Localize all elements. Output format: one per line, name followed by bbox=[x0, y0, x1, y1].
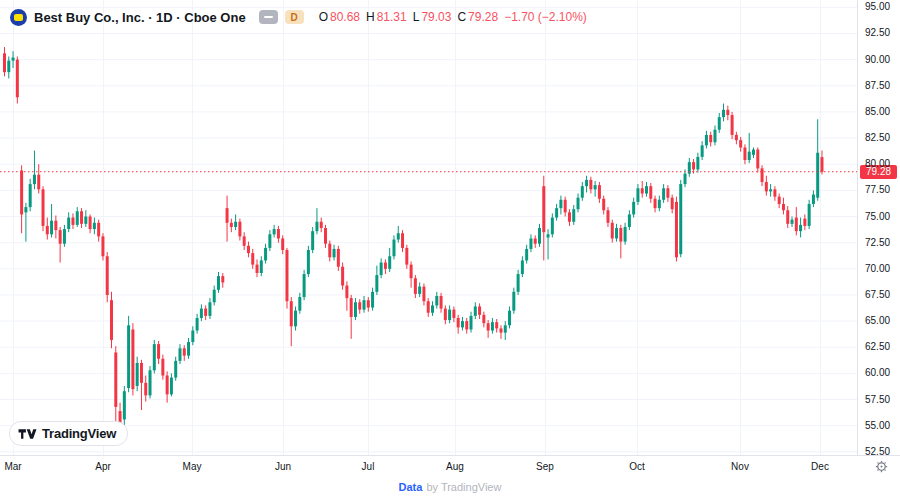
candle bbox=[67, 212, 70, 232]
data-link[interactable]: Data bbox=[399, 481, 423, 493]
candle bbox=[465, 318, 468, 334]
low-label: L bbox=[413, 10, 420, 24]
candle bbox=[29, 179, 32, 211]
candle bbox=[106, 252, 109, 302]
candle bbox=[247, 242, 250, 258]
interval-badge[interactable]: D bbox=[285, 10, 304, 24]
candle bbox=[324, 225, 327, 248]
price-tick-label: 57.50 bbox=[865, 395, 890, 405]
candle bbox=[713, 126, 716, 146]
candle bbox=[93, 218, 96, 235]
candle bbox=[581, 182, 584, 201]
candle bbox=[307, 246, 310, 277]
candle bbox=[457, 315, 460, 334]
candle bbox=[632, 198, 635, 218]
candle bbox=[615, 224, 618, 242]
candle bbox=[213, 286, 216, 306]
candle bbox=[636, 184, 639, 205]
candle bbox=[761, 165, 764, 186]
candle bbox=[671, 195, 674, 214]
candle bbox=[46, 218, 49, 240]
candle bbox=[658, 196, 661, 212]
change-value: −1.70 (−2.10%) bbox=[504, 10, 587, 24]
candle bbox=[114, 346, 117, 427]
close-value: 79.28 bbox=[468, 10, 498, 24]
month-label: Oct bbox=[629, 461, 645, 472]
candle bbox=[474, 302, 477, 319]
candle bbox=[559, 196, 562, 215]
time-axis[interactable]: MarAprMayJunJulAugSepOctNovDec bbox=[0, 455, 900, 477]
candle bbox=[187, 338, 190, 359]
candle bbox=[285, 248, 288, 309]
candle bbox=[696, 153, 699, 173]
candle bbox=[405, 245, 408, 269]
candle bbox=[619, 225, 622, 258]
open-value: 80.68 bbox=[330, 10, 360, 24]
candle bbox=[487, 320, 490, 338]
candle bbox=[392, 235, 395, 259]
open-label: O bbox=[319, 10, 328, 24]
candle bbox=[534, 235, 537, 248]
candle bbox=[718, 113, 721, 133]
candle bbox=[50, 204, 53, 237]
price-tick-label: 92.50 bbox=[865, 28, 890, 38]
gear-icon[interactable] bbox=[874, 459, 889, 474]
candle bbox=[427, 298, 430, 317]
candle bbox=[350, 295, 353, 339]
price-tick-label: 67.50 bbox=[865, 290, 890, 300]
close-label: C bbox=[457, 10, 466, 24]
candle bbox=[731, 112, 734, 139]
candle bbox=[208, 298, 211, 319]
month-label: Jun bbox=[275, 461, 291, 472]
candle bbox=[778, 194, 781, 209]
candle bbox=[564, 197, 567, 217]
candle bbox=[273, 225, 276, 238]
candle bbox=[611, 220, 614, 243]
candle bbox=[701, 141, 704, 160]
price-tick-label: 75.00 bbox=[865, 212, 890, 222]
candle bbox=[555, 204, 558, 221]
price-tick-label: 77.50 bbox=[865, 185, 890, 195]
candle bbox=[542, 176, 545, 261]
candle bbox=[812, 190, 815, 207]
candle bbox=[705, 131, 708, 149]
candle bbox=[20, 165, 23, 233]
candle bbox=[769, 184, 772, 197]
collapse-dash-icon[interactable] bbox=[259, 10, 278, 24]
candle bbox=[144, 376, 147, 402]
candle bbox=[645, 182, 648, 197]
candle bbox=[161, 355, 164, 380]
candle bbox=[654, 196, 657, 213]
candle bbox=[238, 219, 241, 241]
symbol-title[interactable]: Best Buy Co., Inc. · 1D · Cboe One bbox=[34, 10, 246, 25]
candle bbox=[388, 248, 391, 272]
candle bbox=[748, 133, 751, 163]
candle bbox=[547, 229, 550, 259]
candle bbox=[337, 246, 340, 271]
candle bbox=[59, 227, 62, 263]
candle bbox=[756, 147, 759, 172]
candle bbox=[816, 119, 819, 201]
candle bbox=[54, 215, 57, 238]
price-tick-label: 65.00 bbox=[865, 316, 890, 326]
candle bbox=[76, 207, 79, 227]
attribution-bar: Data by TradingView bbox=[0, 476, 900, 498]
candle bbox=[230, 219, 233, 233]
candle bbox=[722, 104, 725, 122]
candle bbox=[726, 106, 729, 121]
candle bbox=[97, 220, 100, 242]
chart-canvas[interactable] bbox=[0, 0, 857, 455]
candle bbox=[294, 306, 297, 330]
candle bbox=[572, 205, 575, 225]
candle bbox=[251, 249, 254, 269]
candle bbox=[808, 200, 811, 229]
price-axis[interactable]: 79.28 95.0092.5090.0087.5085.0082.5080.0… bbox=[857, 0, 900, 476]
best-buy-logo-icon bbox=[10, 9, 27, 26]
candle bbox=[452, 306, 455, 322]
price-tick-label: 90.00 bbox=[865, 55, 890, 65]
tradingview-logo-pill[interactable]: TradingView bbox=[9, 421, 128, 446]
candle bbox=[675, 197, 678, 262]
candle bbox=[260, 256, 263, 276]
price-tick-label: 70.00 bbox=[865, 264, 890, 274]
candle bbox=[782, 198, 785, 215]
